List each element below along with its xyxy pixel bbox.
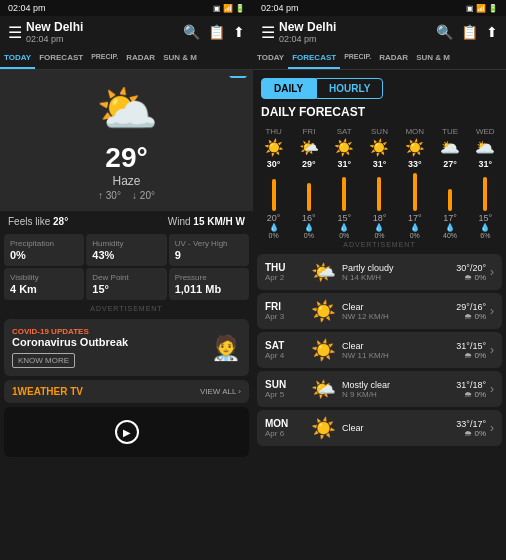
notification-icon-right[interactable]: 📋 <box>461 24 478 40</box>
forecast-precip: 🌧 0% <box>441 312 486 321</box>
temp-range-today: ↑ 30° ↓ 20° <box>10 190 243 201</box>
forecast-date: Apr 6 <box>265 429 305 438</box>
status-bar-left: 02:04 pm ▣ 📶 🔋 <box>0 0 253 16</box>
forecast-icon: 🌤️ <box>311 377 336 401</box>
status-icons-right: ▣ 📶 🔋 <box>466 4 498 13</box>
forecast-item[interactable]: MON Apr 6 ☀️ Clear 33°/17° 🌧 0% › <box>257 410 502 446</box>
forecast-condition: Clear <box>342 423 441 433</box>
forecast-item[interactable]: FRI Apr 3 ☀️ Clear NW 12 KM/H 29°/16° 🌧 … <box>257 293 502 329</box>
view-all-button[interactable]: VIEW ALL › <box>200 387 241 396</box>
forecast-toggle: DAILY HOURLY <box>261 78 498 99</box>
day-bar <box>413 173 417 211</box>
day-icon: ☀️ <box>398 138 431 157</box>
tab-forecast-left[interactable]: FORECAST <box>35 48 87 69</box>
day-drop: 💧 <box>363 223 396 232</box>
search-icon-right[interactable]: 🔍 <box>436 24 453 40</box>
forecast-precip: 🌧 0% <box>441 273 486 282</box>
top-icons-left: 🔍 📋 ⬆ <box>183 24 245 40</box>
temperature-today: 29° <box>105 142 147 174</box>
tab-precipitation-left[interactable]: PRECIP. <box>87 48 122 69</box>
status-icons-left: ▣ 📶 🔋 <box>213 4 245 13</box>
days-scroll: THU ☀️ 30° 20° 💧 0% FRI 🌤️ 29° 16° 💧 0% … <box>253 123 506 239</box>
tab-forecast-right[interactable]: FORECAST <box>288 48 340 69</box>
forecast-item[interactable]: SUN Apr 5 🌤️ Mostly clear N 9 KM/H 31°/1… <box>257 371 502 407</box>
detail-visibility: Visibility 4 Km <box>4 268 84 300</box>
tv-label: 1WEATHER TV <box>12 386 83 397</box>
share-icon-right[interactable]: ⬆ <box>486 24 498 40</box>
tab-today-left[interactable]: TODAY <box>0 48 35 69</box>
detail-pressure: Pressure 1,011 Mb <box>169 268 249 300</box>
day-precip: 0% <box>292 232 325 239</box>
day-col-mon: MON ☀️ 33° 17° 💧 0% <box>398 127 431 239</box>
day-icon: 🌥️ <box>469 138 502 157</box>
tab-today-right[interactable]: TODAY <box>253 48 288 69</box>
share-icon-left[interactable]: ⬆ <box>233 24 245 40</box>
toggle-daily[interactable]: DAILY <box>261 78 316 99</box>
tab-sun-right[interactable]: SUN & M <box>412 48 454 69</box>
forecast-item[interactable]: SAT Apr 4 ☀️ Clear NW 11 KM/H 31°/15° 🌧 … <box>257 332 502 368</box>
day-name: SUN <box>363 127 396 136</box>
day-high: 29° <box>292 159 325 169</box>
day-bar <box>307 183 311 211</box>
video-thumb[interactable]: ▶ <box>4 407 249 457</box>
day-drop: 💧 <box>292 223 325 232</box>
location-info-left: New Delhi 02:04 pm <box>26 20 179 44</box>
day-col-fri: FRI 🌤️ 29° 16° 💧 0% <box>292 127 325 239</box>
spinner <box>229 76 247 94</box>
time-left: 02:04 pm <box>8 3 46 13</box>
day-precip: 0% <box>363 232 396 239</box>
forecast-day-name: FRI <box>265 301 305 312</box>
day-high: 27° <box>433 159 466 169</box>
city-right: New Delhi <box>279 20 432 34</box>
forecast-icon: ☀️ <box>311 338 336 362</box>
play-button[interactable]: ▶ <box>115 420 139 444</box>
forecast-wind: NW 12 KM/H <box>342 312 441 321</box>
forecast-icon: ☀️ <box>311 416 336 440</box>
time-right: 02:04 pm <box>261 3 299 13</box>
day-drop: 💧 <box>398 223 431 232</box>
know-more-button[interactable]: KNOW MORE <box>12 353 75 368</box>
covid-label: COVID-19 UPDATES <box>12 327 128 336</box>
forecast-date: Apr 4 <box>265 351 305 360</box>
toggle-hourly[interactable]: HOURLY <box>316 78 383 99</box>
left-screen: 02:04 pm ▣ 📶 🔋 ☰ New Delhi 02:04 pm 🔍 📋 … <box>0 0 253 560</box>
ad-bar-left: ADVERTISEMENT <box>0 302 253 315</box>
day-low: 15° <box>469 213 502 223</box>
forecast-arrow-icon: › <box>490 421 494 435</box>
day-high: 30° <box>257 159 290 169</box>
forecast-desc-col: Clear NW 12 KM/H <box>342 302 441 321</box>
forecast-day-name: SUN <box>265 379 305 390</box>
tab-radar-right[interactable]: RADAR <box>375 48 412 69</box>
city-left: New Delhi <box>26 20 179 34</box>
forecast-arrow-icon: › <box>490 304 494 318</box>
day-bar-container <box>469 171 502 211</box>
content-right: DAILY HOURLY DAILY FORECAST THU ☀️ 30° 2… <box>253 70 506 560</box>
covid-card[interactable]: COVID-19 UPDATES Coronavirus Outbreak KN… <box>4 319 249 376</box>
day-col-thu: THU ☀️ 30° 20° 💧 0% <box>257 127 290 239</box>
day-bar <box>377 177 381 211</box>
forecast-temps: 31°/18° <box>441 380 486 390</box>
day-drop: 💧 <box>469 223 502 232</box>
tab-sun-left[interactable]: SUN & M <box>159 48 201 69</box>
forecast-arrow-icon: › <box>490 382 494 396</box>
forecast-date: Apr 5 <box>265 390 305 399</box>
forecast-temp-col: 31°/18° 🌧 0% <box>441 380 486 399</box>
location-info-right: New Delhi 02:04 pm <box>279 20 432 44</box>
top-bar-left: ☰ New Delhi 02:04 pm 🔍 📋 ⬆ <box>0 16 253 48</box>
nav-tabs-right: TODAY FORECAST PRECIP. RADAR SUN & M <box>253 48 506 70</box>
tab-precipitation-right[interactable]: PRECIP. <box>340 48 375 69</box>
day-col-sun: SUN ☀️ 31° 18° 💧 0% <box>363 127 396 239</box>
menu-icon-right[interactable]: ☰ <box>261 23 275 42</box>
day-icon: 🌤️ <box>292 138 325 157</box>
day-col-sat: SAT ☀️ 31° 15° 💧 0% <box>328 127 361 239</box>
search-icon-left[interactable]: 🔍 <box>183 24 200 40</box>
day-name: THU <box>257 127 290 136</box>
forecast-desc-col: Partly cloudy N 14 KM/H <box>342 263 441 282</box>
weather-main: ⛅ 29° Haze ↑ 30° ↓ 20° <box>0 70 253 211</box>
forecast-item[interactable]: THU Apr 2 🌤️ Partly cloudy N 14 KM/H 30°… <box>257 254 502 290</box>
menu-icon-left[interactable]: ☰ <box>8 23 22 42</box>
tab-radar-left[interactable]: RADAR <box>122 48 159 69</box>
notification-icon-left[interactable]: 📋 <box>208 24 225 40</box>
forecast-desc-col: Mostly clear N 9 KM/H <box>342 380 441 399</box>
day-icon: 🌥️ <box>433 138 466 157</box>
